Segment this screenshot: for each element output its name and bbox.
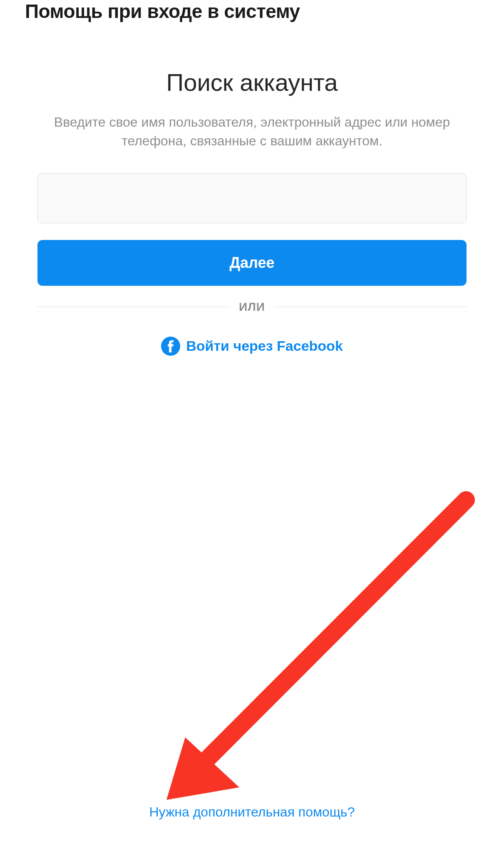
more-help-link[interactable]: Нужна дополнительная помощь? [0, 804, 504, 820]
account-input[interactable] [37, 173, 467, 223]
find-account-card: Поиск аккаунта Введите свое имя пользова… [37, 68, 467, 356]
arrow-annotation [146, 487, 479, 821]
next-button[interactable]: Далее [37, 240, 467, 286]
facebook-login-label: Войти через Facebook [186, 338, 343, 354]
divider-line-right [274, 307, 467, 307]
card-subtitle: Введите свое имя пользователя, электронн… [37, 113, 467, 150]
divider-line-left [37, 307, 230, 307]
facebook-icon [161, 337, 180, 356]
facebook-login-button[interactable]: Войти через Facebook [161, 337, 343, 356]
page-title: Помощь при входе в систему [0, 0, 504, 22]
card-title: Поиск аккаунта [166, 68, 338, 96]
svg-marker-2 [166, 737, 239, 800]
divider: ИЛИ [37, 300, 467, 314]
svg-line-1 [196, 500, 466, 771]
divider-text: ИЛИ [239, 300, 265, 314]
